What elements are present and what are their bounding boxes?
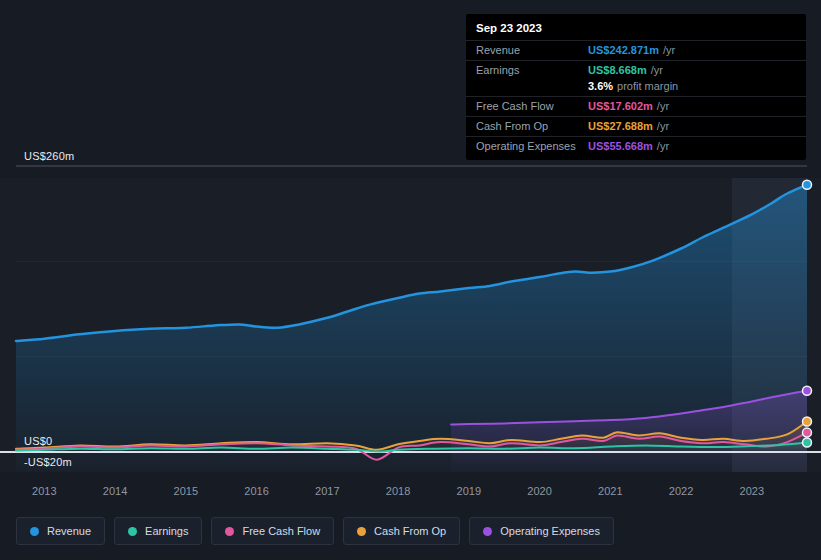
legend-label: Operating Expenses [500, 525, 600, 537]
revenue-dot-icon [30, 527, 39, 536]
earnings-dot-icon [128, 527, 137, 536]
chart-panel: 2013201420152016201720182019202020212022… [0, 0, 821, 560]
x-tick-label: 2015 [174, 485, 198, 497]
chart-legend: Revenue Earnings Free Cash Flow Cash Fro… [16, 517, 614, 545]
x-tick-label: 2017 [315, 485, 339, 497]
tooltip-label: Revenue [476, 44, 588, 56]
tooltip-suffix: /yr [657, 100, 669, 112]
tooltip-label: Free Cash Flow [476, 100, 588, 112]
data-tooltip: Sep 23 2023 Revenue US$242.871m /yr Earn… [466, 14, 806, 160]
x-tick-label: 2022 [669, 485, 693, 497]
x-tick-label: 2013 [32, 485, 56, 497]
tooltip-value: 3.6% [588, 80, 613, 92]
legend-label: Cash From Op [374, 525, 446, 537]
tooltip-suffix: /yr [663, 44, 675, 56]
legend-item-free-cash-flow[interactable]: Free Cash Flow [211, 517, 334, 545]
tooltip-date: Sep 23 2023 [466, 14, 806, 40]
x-tick-label: 2019 [457, 485, 481, 497]
tooltip-row-operating-expenses: Operating Expenses US$55.668m /yr [466, 136, 806, 156]
tooltip-row-cash-from-op: Cash From Op US$27.688m /yr [466, 116, 806, 136]
earnings-end-marker[interactable] [803, 438, 812, 447]
tooltip-suffix: /yr [657, 120, 669, 132]
legend-label: Revenue [47, 525, 91, 537]
free-cash-flow-dot-icon [225, 527, 234, 536]
y-axis-label-260m: US$260m [24, 150, 74, 162]
y-axis-label-neg20m: -US$20m [24, 456, 72, 468]
tooltip-row-earnings: Earnings US$8.668m /yr [466, 60, 806, 80]
revenue-end-marker[interactable] [803, 180, 812, 189]
legend-label: Earnings [145, 525, 188, 537]
operating-expenses-end-marker[interactable] [803, 386, 812, 395]
legend-item-operating-expenses[interactable]: Operating Expenses [469, 517, 614, 545]
free-cash-flow-end-marker[interactable] [803, 428, 812, 437]
tooltip-row-profit-margin: 3.6% profit margin [466, 80, 806, 96]
x-tick-label: 2023 [740, 485, 764, 497]
tooltip-value: US$8.668m [588, 64, 647, 76]
legend-item-earnings[interactable]: Earnings [114, 517, 202, 545]
tooltip-label: Operating Expenses [476, 140, 588, 152]
legend-label: Free Cash Flow [242, 525, 320, 537]
x-tick-label: 2020 [527, 485, 551, 497]
tooltip-value: US$17.602m [588, 100, 653, 112]
cash-from-op-end-marker[interactable] [803, 417, 812, 426]
legend-item-revenue[interactable]: Revenue [16, 517, 105, 545]
cash-from-op-dot-icon [357, 527, 366, 536]
operating-expenses-dot-icon [483, 527, 492, 536]
tooltip-label: Cash From Op [476, 120, 588, 132]
tooltip-suffix: profit margin [617, 80, 678, 92]
x-tick-label: 2021 [598, 485, 622, 497]
y-axis-label-zero: US$0 [24, 435, 52, 447]
x-tick-label: 2018 [386, 485, 410, 497]
tooltip-row-revenue: Revenue US$242.871m /yr [466, 40, 806, 60]
tooltip-row-free-cash-flow: Free Cash Flow US$17.602m /yr [466, 96, 806, 116]
tooltip-label: Earnings [476, 64, 588, 76]
tooltip-value: US$242.871m [588, 44, 659, 56]
tooltip-suffix: /yr [657, 140, 669, 152]
legend-item-cash-from-op[interactable]: Cash From Op [343, 517, 460, 545]
tooltip-value: US$27.688m [588, 120, 653, 132]
x-tick-label: 2016 [244, 485, 268, 497]
tooltip-value: US$55.668m [588, 140, 653, 152]
x-tick-label: 2014 [103, 485, 127, 497]
tooltip-suffix: /yr [651, 64, 663, 76]
